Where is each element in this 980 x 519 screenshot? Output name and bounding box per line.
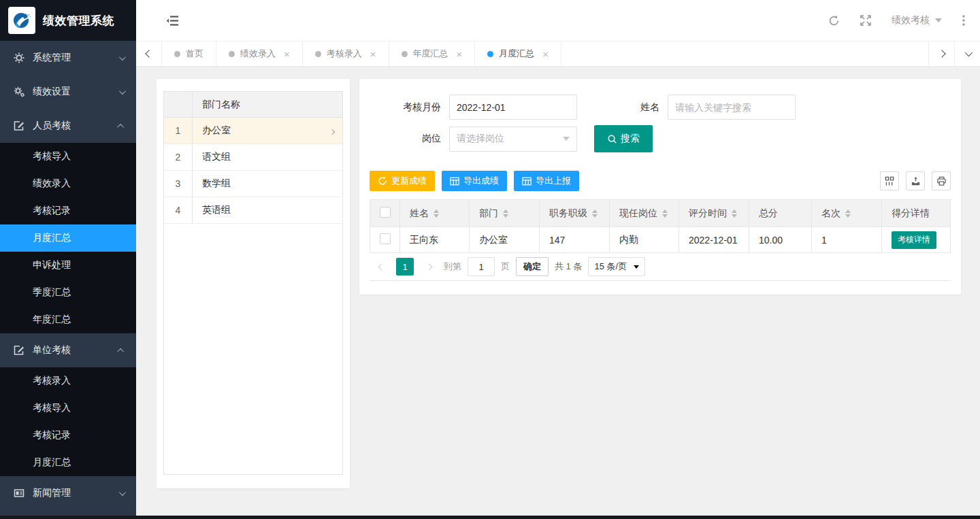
refresh-icon — [378, 176, 387, 186]
sidebar-item-perf-entry[interactable]: 绩效录入 — [0, 170, 136, 197]
tab-label: 绩效录入 — [240, 48, 276, 60]
chevron-down-icon — [119, 54, 126, 61]
sort-icon[interactable] — [845, 210, 851, 218]
tab-perf-entry[interactable]: 绩效录入 × — [216, 41, 303, 66]
cell-place: 1 — [812, 227, 882, 253]
post-label: 岗位 — [393, 133, 441, 145]
export-scores-label: 导出成绩 — [463, 175, 499, 187]
sidebar-item-unit-assess-import[interactable]: 考核导入 — [0, 395, 136, 422]
column-header: 名次 — [821, 207, 840, 220]
goto-label: 到第 — [444, 261, 461, 273]
update-scores-label: 更新成绩 — [391, 175, 427, 187]
goto-confirm-button[interactable]: 确定 — [516, 257, 549, 276]
update-scores-button[interactable]: 更新成绩 — [370, 171, 435, 191]
refresh-icon[interactable] — [828, 15, 840, 27]
tab-home[interactable]: 首页 — [162, 41, 216, 66]
sidebar-item-quarterly-summary[interactable]: 季度汇总 — [0, 279, 136, 306]
sidebar-group-news[interactable]: 新闻管理 — [0, 476, 136, 510]
sidebar-group-system[interactable]: 系统管理 — [0, 41, 136, 75]
taskbar-edge — [0, 516, 980, 519]
chevron-down-icon — [119, 489, 126, 496]
tabs-scroll-right-button[interactable] — [928, 41, 954, 66]
sidebar-item-unit-monthly-summary[interactable]: 月度汇总 — [0, 449, 136, 476]
export-scores-button[interactable]: 导出成绩 — [442, 171, 507, 191]
row-checkbox[interactable] — [380, 233, 391, 244]
tab-close-icon[interactable]: × — [284, 49, 290, 59]
department-row[interactable]: 1 办公室 — [164, 118, 342, 144]
sidebar-item-assess-records[interactable]: 考核记录 — [0, 197, 136, 224]
next-page-button[interactable] — [420, 258, 438, 275]
account-dropdown[interactable]: 绩效考核 — [892, 14, 942, 27]
columns-icon — [885, 176, 895, 186]
tab-close-icon[interactable]: × — [457, 49, 463, 59]
tab-close-icon[interactable]: × — [542, 49, 549, 59]
cell-score-time: 2022-12-01 — [679, 227, 749, 253]
search-icon — [607, 134, 617, 144]
sidebar-item-unit-assess-entry[interactable]: 考核录入 — [0, 367, 136, 395]
current-page[interactable]: 1 — [396, 258, 414, 275]
sort-icon[interactable] — [503, 210, 508, 218]
tabs-scroll-left-button[interactable] — [136, 41, 162, 66]
cell-rank: 147 — [540, 227, 610, 253]
sidebar-item-annual-summary[interactable]: 年度汇总 — [0, 306, 136, 333]
filter-columns-button[interactable] — [880, 171, 899, 190]
fullscreen-icon[interactable] — [860, 15, 871, 26]
month-input[interactable] — [449, 95, 577, 120]
tab-dot-icon — [174, 51, 180, 57]
tab-annual-summary[interactable]: 年度汇总 × — [389, 41, 476, 66]
sidebar-item-appeal-handling[interactable]: 申诉处理 — [0, 252, 136, 279]
column-header: 职务职级 — [549, 207, 587, 220]
tab-label: 年度汇总 — [413, 48, 448, 60]
pagination: 1 到第 页 确定 共 1 条 15 条/页 — [370, 253, 951, 281]
page-size-value: 15 条/页 — [594, 261, 627, 273]
sidebar-group-label: 系统管理 — [33, 52, 119, 64]
department-panel: 部门名称 1 办公室 2 语文组 3 数学组 4 英语组 — [157, 79, 350, 488]
assess-detail-button[interactable]: 考核详情 — [892, 231, 936, 249]
tab-assess-entry[interactable]: 考核录入 × — [303, 41, 389, 66]
summary-panel: 考核月份 姓名 岗位 请选择岗位 — [359, 79, 961, 295]
name-search-input[interactable] — [668, 95, 796, 120]
sort-icon[interactable] — [662, 210, 668, 218]
select-all-checkbox[interactable] — [380, 207, 391, 218]
export-report-label: 导出上报 — [536, 175, 571, 187]
tab-monthly-summary[interactable]: 月度汇总 × — [475, 41, 561, 66]
column-header: 姓名 — [410, 207, 429, 220]
export-report-button[interactable]: 导出上报 — [514, 171, 579, 191]
post-select[interactable]: 请选择岗位 — [449, 127, 577, 152]
search-button[interactable]: 搜索 — [594, 125, 653, 152]
sidebar-group-label: 新闻管理 — [33, 487, 119, 499]
submenu-person-assess: 考核导入 绩效录入 考核记录 月度汇总 申诉处理 季度汇总 年度汇总 — [0, 143, 136, 333]
sort-icon[interactable] — [592, 210, 598, 218]
topbar: 绩效考核 — [136, 0, 980, 41]
table-icon — [450, 177, 459, 186]
tabs-menu-button[interactable] — [954, 41, 980, 66]
department-row[interactable]: 3 数学组 — [164, 171, 342, 197]
app-title: 绩效管理系统 — [43, 13, 114, 29]
tab-dot-icon — [402, 51, 408, 57]
sort-icon[interactable] — [434, 210, 439, 218]
printer-icon — [936, 176, 947, 186]
sidebar-group-perf-settings[interactable]: 绩效设置 — [0, 75, 136, 109]
goto-page-input[interactable] — [468, 257, 495, 276]
sidebar-item-unit-assess-records[interactable]: 考核记录 — [0, 422, 136, 449]
news-icon — [14, 488, 26, 499]
export-button[interactable] — [906, 171, 925, 190]
tab-close-icon[interactable]: × — [370, 49, 376, 59]
content-area: 部门名称 1 办公室 2 语文组 3 数学组 4 英语组 — [136, 67, 980, 519]
department-row[interactable]: 2 语文组 — [164, 144, 342, 171]
prev-page-button[interactable] — [372, 258, 390, 275]
cell-dept: 办公室 — [470, 227, 540, 253]
sidebar: 绩效管理系统 系统管理 — [0, 0, 136, 519]
page-size-select[interactable]: 15 条/页 — [588, 257, 645, 276]
sort-icon[interactable] — [732, 210, 737, 218]
sidebar-group-label: 人员考核 — [33, 120, 119, 132]
sidebar-item-assess-import[interactable]: 考核导入 — [0, 143, 136, 170]
print-icon-button[interactable] — [932, 171, 951, 190]
sidebar-group-person-assess[interactable]: 人员考核 — [0, 109, 136, 143]
sidebar-group-unit-assess[interactable]: 单位考核 — [0, 333, 136, 367]
collapse-sidebar-icon[interactable] — [166, 15, 179, 27]
more-vertical-icon[interactable] — [962, 15, 965, 26]
sidebar-group-label: 单位考核 — [33, 344, 119, 356]
department-row[interactable]: 4 英语组 — [164, 197, 342, 224]
sidebar-item-monthly-summary[interactable]: 月度汇总 — [0, 224, 136, 252]
